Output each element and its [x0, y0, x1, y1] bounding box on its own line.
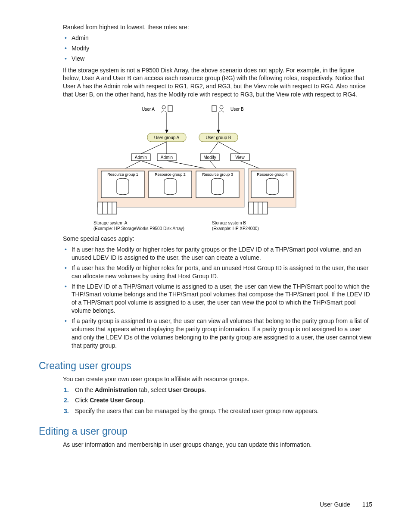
rg1-label: Resource group 1	[107, 172, 138, 177]
rg3-label: Resource group 3	[202, 172, 233, 177]
special-cases-intro: Some special cases apply:	[63, 235, 372, 243]
resource-group-2: Resource group 2	[149, 171, 192, 198]
storage-icon	[98, 202, 117, 214]
role-view-label: View	[235, 155, 245, 160]
page-number: 115	[362, 501, 372, 508]
role-label: View	[72, 55, 84, 62]
caption-b-title: Storage system B	[212, 220, 318, 226]
list-item: If a user has the Modify or higher roles…	[63, 246, 372, 262]
role-admin-label: Admin	[135, 155, 147, 160]
svg-line-10	[210, 142, 218, 154]
caption-a-sub: (Example: HP StorageWorks P9500 Disk Arr…	[93, 226, 199, 231]
list-item: If a parity group is assigned to a user,…	[63, 317, 372, 350]
step-item: 3. Specify the users that can be managed…	[63, 407, 372, 415]
list-item: If the LDEV ID of a THP/Smart volume is …	[63, 283, 372, 315]
step-text: .	[205, 386, 206, 393]
page-footer: User Guide 115	[320, 501, 372, 508]
svg-rect-1	[168, 106, 172, 112]
step-text: On the	[75, 386, 95, 393]
step-text: tab, select	[137, 386, 168, 393]
step-bold: Administration	[95, 386, 137, 393]
list-item: If a user has the Modify or higher roles…	[63, 264, 372, 280]
step-item: 1. On the Administration tab, select Use…	[63, 386, 372, 394]
list-item: View	[63, 55, 372, 63]
user-icon	[212, 106, 224, 112]
footer-label: User Guide	[320, 501, 350, 508]
caption-a-title: Storage system A	[93, 220, 199, 226]
svg-line-8	[141, 142, 167, 154]
section-creating-user-groups: Creating user groups	[39, 360, 372, 372]
steps-list: 1. On the Administration tab, select Use…	[63, 386, 372, 416]
intro-text: Ranked from highest to lowest, these rol…	[63, 23, 372, 31]
section1-intro: You can create your own user groups to a…	[63, 375, 372, 383]
role-label: Admin	[72, 34, 89, 41]
resource-group-4: Resource group 4	[251, 171, 293, 198]
user-group-b-label: User group B	[206, 135, 231, 140]
special-case-text: If a user has the Modify or higher roles…	[72, 246, 361, 261]
svg-marker-7	[217, 130, 220, 133]
step-text: Click	[75, 397, 90, 404]
role-modify-label: Modify	[203, 155, 216, 160]
special-case-text: If a user has the Modify or higher roles…	[72, 264, 369, 280]
step-bold: Create User Group	[90, 397, 143, 404]
roles-list: Admin Modify View	[63, 34, 372, 63]
role-admin-label-2: Admin	[161, 155, 173, 160]
caption-b-sub: (Example: HP XP24000)	[212, 226, 318, 231]
storage-icon	[249, 202, 268, 214]
role-label: Modify	[72, 45, 89, 52]
list-item: Admin	[63, 34, 372, 42]
rg4-label: Resource group 4	[257, 172, 288, 177]
section-editing-user-group: Editing a user group	[39, 426, 372, 437]
svg-marker-5	[165, 130, 168, 133]
diagram-captions: Storage system A (Example: HP StorageWor…	[93, 220, 318, 231]
rg2-label: Resource group 2	[155, 172, 186, 177]
user-group-a-label: User group A	[154, 135, 180, 140]
special-cases-list: If a user has the Modify or higher roles…	[63, 246, 372, 350]
user-a-label: User A	[142, 107, 155, 112]
resource-group-3: Resource group 3	[196, 171, 239, 198]
special-case-text: If a parity group is assigned to a user,…	[72, 317, 371, 349]
svg-line-11	[218, 142, 240, 154]
paragraph: If the storage system is not a P9500 Dis…	[63, 66, 372, 99]
section2-intro: As user information and membership in us…	[63, 441, 372, 449]
user-b-label: User B	[230, 107, 244, 112]
step-bold: User Groups	[168, 386, 205, 393]
step-text: Specify the users that can be managed by…	[75, 408, 319, 414]
user-icon	[161, 106, 172, 112]
list-item: Modify	[63, 44, 372, 53]
resource-group-1: Resource group 1	[101, 171, 144, 198]
special-case-text: If the LDEV ID of a THP/Smart volume is …	[72, 283, 370, 314]
step-item: 2. Click Create User Group.	[63, 396, 372, 404]
diagram-figure: User A User B User group A User gro	[39, 103, 372, 231]
svg-point-3	[220, 106, 223, 109]
svg-point-0	[162, 106, 165, 109]
svg-rect-2	[212, 106, 216, 112]
step-text: .	[143, 397, 145, 404]
